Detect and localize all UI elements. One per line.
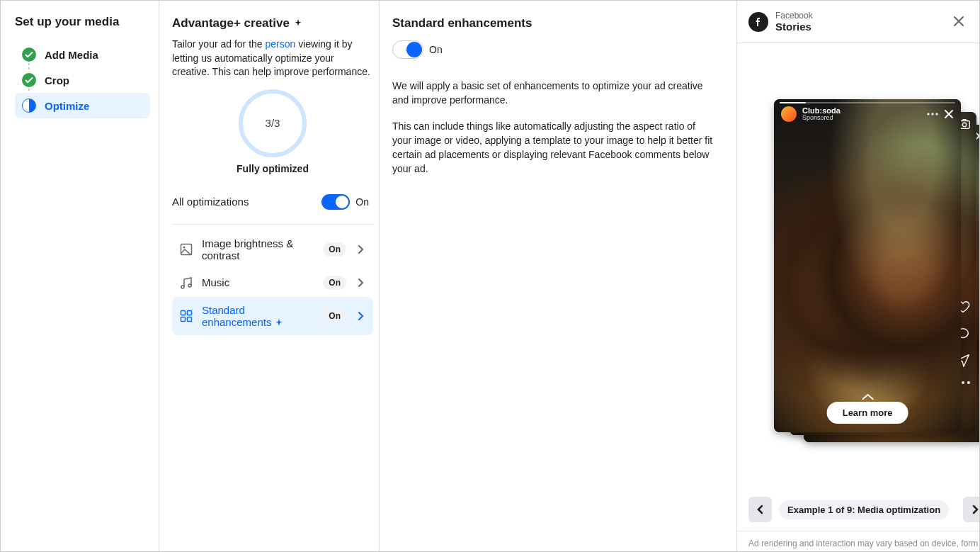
all-optimizations-row: All optimizations On xyxy=(172,181,373,225)
check-circle-icon xyxy=(22,47,36,62)
close-icon[interactable] xyxy=(944,109,954,119)
chevron-up-icon xyxy=(861,393,874,400)
pager-label: Example 1 of 9: Media optimization xyxy=(779,500,949,519)
toggle-state-label: On xyxy=(429,44,443,55)
person-link[interactable]: person xyxy=(266,38,296,50)
optimization-detail-pane: Standard enhancements On We will apply a… xyxy=(379,1,736,551)
opt-state-pill: On xyxy=(323,276,346,290)
check-circle-icon xyxy=(22,73,36,87)
advantage-panel: Advantage+ creative Tailor your ad for t… xyxy=(159,1,736,551)
svg-point-14 xyxy=(931,113,933,115)
step-label: Add Media xyxy=(45,49,98,61)
step-optimize[interactable]: Optimize xyxy=(15,93,150,118)
opt-state-pill: On xyxy=(323,242,346,257)
preview-body: Club:soda Sponsored Learn more xyxy=(737,43,980,488)
all-optimizations-toggle[interactable] xyxy=(321,194,350,210)
preview-header: Facebook Stories xyxy=(737,1,980,43)
opt-label: Music xyxy=(202,276,314,288)
setup-sidebar: Set up your media Add Media Crop Optimiz… xyxy=(1,1,159,551)
opt-brightness-contrast[interactable]: Image brightness & contrast On xyxy=(172,230,373,269)
story-progress-bar xyxy=(780,102,955,103)
svg-point-3 xyxy=(183,246,186,248)
story-cta: Learn more xyxy=(827,393,908,424)
preview-pager: Example 1 of 9: Media optimization xyxy=(737,488,980,531)
sparkle-icon xyxy=(294,19,302,28)
sparkle-icon xyxy=(275,319,283,327)
preview-disclaimer: Ad rendering and interaction may vary ba… xyxy=(737,531,980,551)
svg-point-13 xyxy=(927,113,929,115)
optimization-ring: 3/3 Fully optimized xyxy=(172,89,373,174)
preview-card-front: Club:soda Sponsored Learn more xyxy=(774,99,961,432)
all-optimizations-label: All optimizations xyxy=(172,196,249,208)
opt-label: Standard enhancements xyxy=(202,304,314,328)
step-add-media[interactable]: Add Media xyxy=(15,42,150,67)
step-label: Optimize xyxy=(45,100,89,112)
toggle-state-label: On xyxy=(355,196,369,208)
svg-rect-5 xyxy=(188,310,192,315)
detail-paragraph: This can include things like automatical… xyxy=(392,119,717,176)
svg-rect-2 xyxy=(181,244,192,254)
svg-point-11 xyxy=(962,381,964,384)
svg-rect-7 xyxy=(188,317,192,321)
svg-point-1 xyxy=(22,73,36,87)
opt-state-pill: On xyxy=(323,309,346,323)
grid-icon xyxy=(179,309,193,323)
opt-label: Image brightness & contrast xyxy=(202,237,314,261)
sidebar-title: Set up your media xyxy=(15,15,150,29)
preview-pane: Facebook Stories xyxy=(736,1,980,551)
image-icon xyxy=(179,242,193,257)
opt-music[interactable]: Music On xyxy=(172,269,373,297)
sponsored-label: Sponsored xyxy=(802,115,841,122)
svg-point-12 xyxy=(967,381,970,384)
step-crop[interactable]: Crop xyxy=(15,67,150,93)
svg-rect-4 xyxy=(181,310,186,315)
svg-point-9 xyxy=(962,123,966,126)
preview-surface: Stories xyxy=(775,21,813,33)
chevron-right-icon xyxy=(355,310,366,322)
svg-rect-8 xyxy=(959,121,969,129)
ring-count: 3/3 xyxy=(266,117,280,129)
optimization-list: Image brightness & contrast On Music On … xyxy=(172,230,373,335)
pager-next-button[interactable] xyxy=(963,497,980,522)
detail-toggle[interactable] xyxy=(392,40,423,59)
music-icon xyxy=(179,276,193,290)
step-list: Add Media Crop Optimize xyxy=(15,42,150,118)
svg-rect-6 xyxy=(181,317,186,321)
svg-point-0 xyxy=(22,47,36,62)
chevron-right-icon xyxy=(970,505,980,514)
svg-point-15 xyxy=(935,113,938,115)
more-icon[interactable] xyxy=(927,113,938,116)
story-header: Club:soda Sponsored xyxy=(781,106,954,122)
optimizations-list-pane: Advantage+ creative Tailor your ad for t… xyxy=(159,1,379,551)
advertiser-avatar xyxy=(781,106,797,122)
half-circle-icon xyxy=(22,98,36,113)
ring-label: Fully optimized xyxy=(237,163,309,174)
preview-platform: Facebook xyxy=(775,11,813,21)
detail-title: Standard enhancements xyxy=(392,16,717,30)
facebook-icon xyxy=(748,12,768,32)
detail-paragraph: We will apply a basic set of enhancement… xyxy=(392,79,717,108)
pager-prev-button[interactable] xyxy=(748,497,772,522)
panel-lead: Tailor your ad for the person viewing it… xyxy=(172,38,373,79)
learn-more-button[interactable]: Learn more xyxy=(827,402,908,424)
chevron-right-icon xyxy=(355,244,366,255)
preview-card-stack: Club:soda Sponsored Learn more xyxy=(774,99,961,432)
chevron-left-icon xyxy=(756,505,765,514)
chevron-right-icon xyxy=(355,277,366,288)
opt-standard-enhancements[interactable]: Standard enhancements On xyxy=(172,297,373,335)
panel-title: Advantage+ creative xyxy=(172,16,290,30)
step-label: Crop xyxy=(45,74,69,86)
